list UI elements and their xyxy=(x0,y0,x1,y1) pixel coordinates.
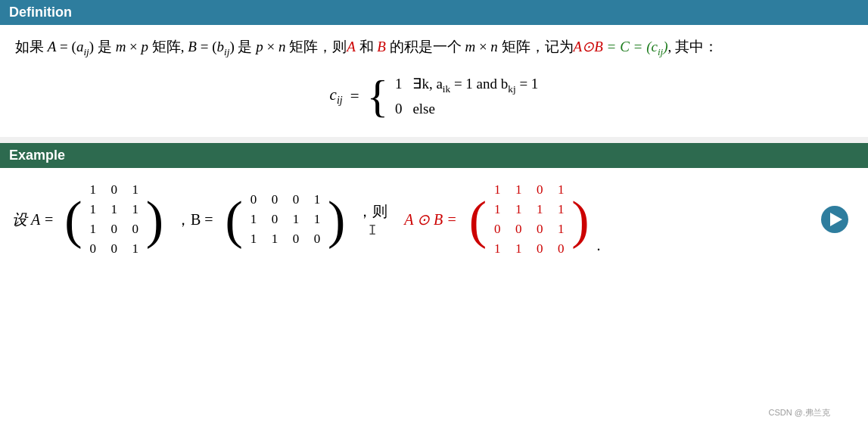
paren-open-A: ( xyxy=(64,196,82,244)
separator-1: ，B = xyxy=(176,210,213,230)
case-condition-2: else xyxy=(412,101,435,117)
paren-close-A: ) xyxy=(146,196,163,244)
matrix-B-body: 0 0 0 1 1 0 1 1 1 1 0 0 xyxy=(243,188,328,250)
formula-lhs: cij xyxy=(330,86,343,107)
matrix-C-row-2: 1 1 1 1 xyxy=(493,201,565,218)
play-button[interactable] xyxy=(821,206,848,233)
watermark: CSDN @.弗兰克 xyxy=(769,407,830,418)
case-row-1: 1 ∃k, aik = 1 and bkj = 1 xyxy=(393,75,538,95)
matrix-B-row-2: 1 0 1 1 xyxy=(249,211,322,228)
matrix-C-body: 1 1 0 1 1 1 1 1 0 0 0 1 xyxy=(487,179,571,260)
result-label: A ⊙ B = xyxy=(404,210,457,229)
paren-close-C: ) xyxy=(571,196,589,244)
matrix-A: ( 1 0 1 1 1 1 1 0 0 xyxy=(64,179,163,260)
example-content: 设 A = ( 1 0 1 1 1 1 1 xyxy=(0,168,868,271)
equals-sign: = xyxy=(350,87,359,106)
paren-open-B: ( xyxy=(226,196,243,244)
matrix-A-row-3: 1 0 0 xyxy=(89,221,140,238)
example-header: Example xyxy=(0,143,868,168)
matrix-A-body: 1 0 1 1 1 1 1 0 0 0 xyxy=(82,179,146,260)
paren-open-C: ( xyxy=(469,196,487,244)
case-value-1: 1 xyxy=(393,76,402,92)
definition-content: 如果 A = (aij) 是 m × p 矩阵, B = (bij) 是 p ×… xyxy=(0,25,868,137)
period: . xyxy=(596,237,600,254)
matrix-C-row-3: 0 0 0 1 xyxy=(493,221,565,238)
matrix-B-row-3: 1 1 0 0 xyxy=(249,231,322,247)
case-row-2: 0 else xyxy=(393,101,538,117)
cases-rows: 1 ∃k, aik = 1 and bkj = 1 0 else xyxy=(393,75,538,118)
case-value-2: 0 xyxy=(393,101,402,117)
matrix-A-row-1: 1 0 1 xyxy=(89,182,140,198)
matrix-C: ( 1 1 0 1 1 1 1 1 0 xyxy=(469,179,590,260)
separator-2: ，则 xyxy=(357,201,387,222)
cases-container: { 1 ∃k, aik = 1 and bkj = 1 0 else xyxy=(367,73,539,119)
matrix-C-row-1: 1 1 0 1 xyxy=(493,182,565,198)
definition-section: Definition 如果 A = (aij) 是 m × p 矩阵, B = … xyxy=(0,0,868,137)
definition-text: 如果 A = (aij) 是 m × p 矩阵, B = (bij) 是 p ×… xyxy=(15,36,853,60)
matrix-C-row-4: 1 1 0 0 xyxy=(493,241,565,257)
matrix-A-row-2: 1 1 1 xyxy=(89,201,140,218)
cursor: I xyxy=(369,222,377,238)
formula-container: cij = { 1 ∃k, aik = 1 and bkj = 1 0 xyxy=(15,73,853,119)
definition-header: Definition xyxy=(0,0,868,25)
matrix-B-row-1: 0 0 0 1 xyxy=(249,191,322,208)
paren-close-B: ) xyxy=(328,196,345,244)
matrix-A-row-4: 0 0 1 xyxy=(89,241,140,257)
play-icon xyxy=(830,213,842,226)
case-condition-1: ∃k, aik = 1 and bkj = 1 xyxy=(412,75,538,95)
example-section: Example 设 A = ( 1 0 1 1 1 1 xyxy=(0,143,868,423)
matrix-B: ( 0 0 0 1 1 0 1 1 1 xyxy=(226,188,346,250)
section-divider xyxy=(0,137,868,143)
example-intro: 设 A = xyxy=(12,210,54,230)
brace-symbol: { xyxy=(367,73,389,119)
